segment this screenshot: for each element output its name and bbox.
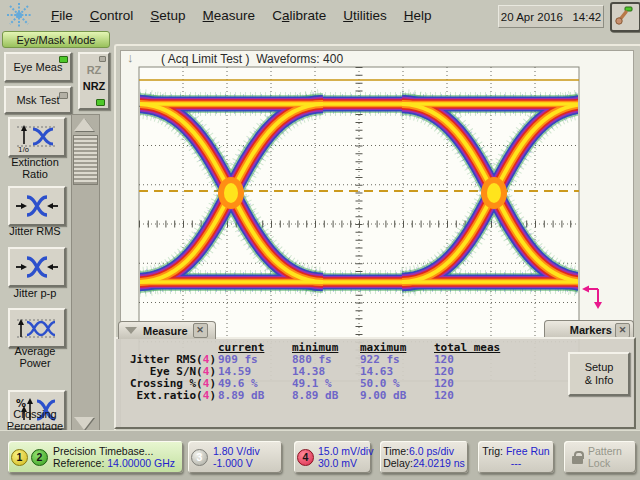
svg-text:1/o: 1/o <box>18 146 29 152</box>
channel-2-badge: 2 <box>31 449 48 466</box>
rz-label[interactable]: RZ <box>80 64 108 76</box>
touchscreen-toggle-button[interactable] <box>610 2 640 32</box>
rz-led-off <box>99 56 106 62</box>
measure-table: current minimum maximum total meas Jitte… <box>122 342 494 402</box>
menu-item-file[interactable]: File <box>51 8 73 23</box>
measure-tab-label: Measure <box>143 325 188 337</box>
channel-3-scale-button[interactable]: 3 1.80 V/div-1.000 V <box>188 441 282 473</box>
eye-meas-led-on <box>59 56 68 63</box>
scrollbar-thumb[interactable] <box>73 135 98 185</box>
menu-item-setup[interactable]: Setup <box>150 8 185 23</box>
jitter-rms-button[interactable] <box>8 186 66 226</box>
eye-mask-mode-tab[interactable]: Eye/Mask Mode <box>2 31 110 48</box>
extinction-ratio-icon: 1/o <box>15 122 59 152</box>
msk-test-label: Msk Test <box>16 94 59 106</box>
menu-item-help[interactable]: Help <box>404 8 432 23</box>
channel-4-scale-button[interactable]: 4 15.0 mV/div30.0 mV <box>294 441 371 473</box>
lock-icon <box>572 451 584 464</box>
status-bar: 1 2 Precision Timebase... Reference: 14.… <box>0 430 640 480</box>
menu-item-calibrate[interactable]: Calibrate <box>272 8 326 23</box>
extinction-ratio-label: ExtinctionRatio <box>0 156 70 180</box>
trigger-status-button[interactable]: Trig: Free Run --- <box>478 441 554 473</box>
menu-bar: File Control Setup Measure Calibrate Uti… <box>0 0 640 30</box>
crossing-percentage-label: CrossingPercentage <box>0 408 70 432</box>
jitter-pp-icon <box>15 254 59 280</box>
markers-tab-label: Markers <box>570 324 612 336</box>
jitter-rms-label: Jitter RMS <box>0 225 70 237</box>
menu-item-utilities[interactable]: Utilities <box>343 8 387 23</box>
setup-info-button[interactable]: Setup& Info <box>568 352 630 396</box>
extinction-ratio-button[interactable]: 1/o <box>8 117 66 157</box>
eye-meas-button[interactable]: Eye Meas <box>4 52 72 82</box>
msk-test-led-off <box>59 92 68 99</box>
channel-1-badge: 1 <box>11 449 28 466</box>
measure-results-panel: current minimum maximum total meas Jitte… <box>114 337 636 429</box>
marker-arrow <box>582 286 602 310</box>
scroll-down-icon[interactable] <box>74 417 94 430</box>
menu-item-measure[interactable]: Measure <box>203 8 256 23</box>
agilent-spark-icon <box>4 1 34 29</box>
measure-close-icon[interactable]: ✕ <box>193 323 208 338</box>
msk-test-button[interactable]: Msk Test <box>4 86 72 114</box>
markers-close-icon[interactable]: ✕ <box>615 323 630 338</box>
timebase-status-button[interactable]: 1 2 Precision Timebase... Reference: 14.… <box>8 441 183 473</box>
jitter-rms-icon <box>15 193 59 219</box>
nrz-led-on <box>96 99 105 106</box>
dca-oscilloscope-app: File Control Setup Measure Calibrate Uti… <box>0 0 640 480</box>
channel-3-badge: 3 <box>191 449 208 466</box>
eye-meas-label: Eye Meas <box>14 61 63 73</box>
pointing-hand-icon <box>612 4 635 26</box>
timebase-scale-button[interactable]: Time:6.0 ps/div Delay:24.0219 ns <box>380 441 468 473</box>
average-power-icon <box>15 314 59 342</box>
jitter-pp-label: Jitter p-p <box>0 287 70 299</box>
measure-row-ext-ratio: Ext.ratio(4) 8.89 dB 8.89 dB 9.00 dB 120 <box>122 390 494 402</box>
jitter-pp-button[interactable] <box>8 247 66 287</box>
collapse-chevron-icon[interactable] <box>125 327 137 334</box>
nrz-label[interactable]: NRZ <box>80 80 108 92</box>
scroll-up-icon[interactable] <box>74 118 94 131</box>
measure-tab[interactable]: Measure ✕ <box>118 321 216 339</box>
channel-4-badge: 4 <box>297 449 314 466</box>
menu-item-control[interactable]: Control <box>90 8 134 23</box>
pattern-lock-button[interactable]: PatternLock <box>564 441 636 473</box>
datetime-display: 20 Apr 2016 14:42 <box>498 5 604 28</box>
average-power-button[interactable] <box>8 308 66 348</box>
rz-nrz-toggle[interactable]: RZ NRZ <box>78 52 110 110</box>
sidebar-scrollbar[interactable] <box>71 114 100 434</box>
average-power-label: AveragePower <box>0 345 70 369</box>
